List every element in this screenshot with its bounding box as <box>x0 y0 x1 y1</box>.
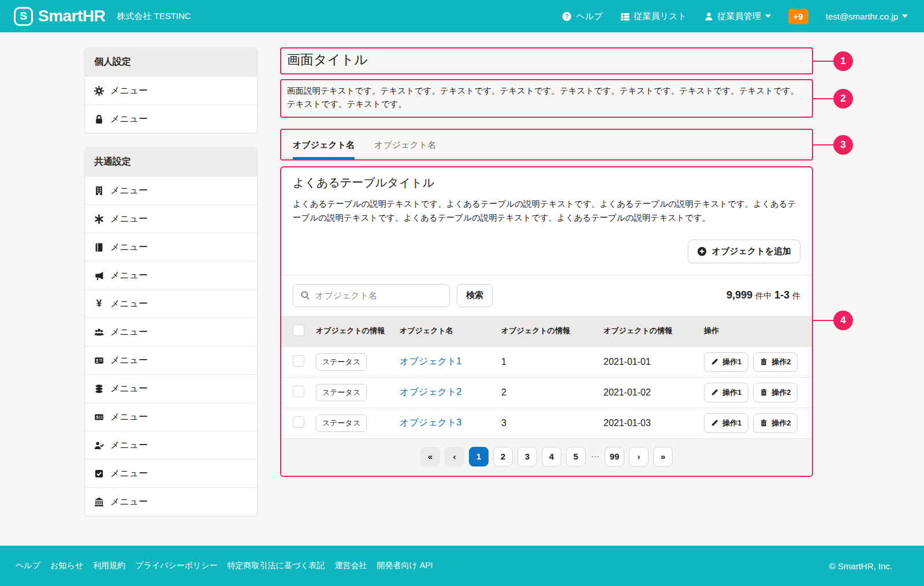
add-object-label: オブジェクトを追加 <box>712 246 791 257</box>
status-tag: ステータス <box>316 415 367 432</box>
pagination-page-99[interactable]: 99 <box>605 447 624 466</box>
result-total: 9,999 <box>726 289 752 301</box>
object-link[interactable]: オブジェクト1 <box>400 356 461 366</box>
page-title: 画面タイトル <box>287 51 806 69</box>
sidebar-item-menu[interactable]: メニュー <box>85 204 257 233</box>
help-nav-item[interactable]: ? ヘルプ <box>562 11 602 22</box>
smarthr-logo[interactable]: S SmartHR <box>14 7 105 26</box>
account-email: test@smarthr.co.jp <box>826 12 898 21</box>
account-dropdown[interactable]: test@smarthr.co.jp <box>826 12 908 21</box>
edit-action-button[interactable]: 操作1 <box>704 413 748 433</box>
footer-link-terms[interactable]: 利用規約 <box>93 561 125 571</box>
sidebar-item-menu[interactable]: メニュー <box>85 431 257 459</box>
pagination: « ‹ 1 2 3 4 5 ⋯ 99 › » <box>420 447 673 466</box>
notification-badge[interactable]: +9 <box>788 9 808 24</box>
column-header: オブジェクト名 <box>395 316 497 347</box>
plus-circle-icon <box>697 247 707 256</box>
gear-icon <box>94 86 104 96</box>
sidebar-item-label: メニュー <box>110 213 148 225</box>
pagination-last-button[interactable]: » <box>653 447 673 466</box>
delete-action-button[interactable]: 操作2 <box>753 383 798 402</box>
row-checkbox[interactable] <box>293 416 304 428</box>
column-header: オブジェクトの情報 <box>311 316 395 347</box>
sidebar-item-label: メニュー <box>110 354 148 367</box>
sidebar-item-label: メニュー <box>110 468 148 480</box>
footer-link-news[interactable]: お知らせ <box>50 561 83 571</box>
employee-admin-dropdown[interactable]: 従業員管理 <box>704 11 771 22</box>
sidebar-item-label: メニュー <box>110 85 148 97</box>
footer-link-privacy[interactable]: プライバシーポリシー <box>135 561 218 571</box>
edit-action-button[interactable]: 操作1 <box>704 383 748 402</box>
annotation-number: 4 <box>833 311 853 330</box>
tab-object-1[interactable]: オブジェクト名 <box>293 140 355 159</box>
svg-text:?: ? <box>565 13 569 20</box>
pagination-prev-button[interactable]: ‹ <box>445 447 464 466</box>
add-object-button[interactable]: オブジェクトを追加 <box>688 240 800 263</box>
object-date-cell: 2021-01-02 <box>599 377 699 408</box>
pagination-first-button[interactable]: « <box>420 447 440 466</box>
sidebar-item-label: メニュー <box>110 298 148 310</box>
sidebar-item-menu[interactable]: メニュー <box>85 261 257 289</box>
search-input[interactable] <box>315 290 442 300</box>
employee-list-nav-item[interactable]: 従業員リスト <box>620 11 687 22</box>
object-date-cell: 2021-01-01 <box>599 346 699 377</box>
sidebar-item-menu[interactable]: メニュー <box>85 76 257 104</box>
pagination-page-5[interactable]: 5 <box>566 447 586 466</box>
annotation-number: 2 <box>833 89 853 109</box>
pagination-page-2[interactable]: 2 <box>493 447 513 466</box>
search-button[interactable]: 検索 <box>457 284 493 307</box>
footer-link-developer-api[interactable]: 開発者向け API <box>377 561 433 571</box>
delete-action-button[interactable]: 操作2 <box>753 352 798 372</box>
row-checkbox[interactable] <box>293 386 304 397</box>
sidebar-item-menu[interactable]: メニュー <box>85 346 257 374</box>
pagination-page-4[interactable]: 4 <box>542 447 561 466</box>
sidebar-item-label: メニュー <box>110 496 148 508</box>
edit-action-label: 操作1 <box>722 387 742 398</box>
pagination-next-button[interactable]: › <box>629 447 649 466</box>
footer-link-commercial-law[interactable]: 特定商取引法に基づく表記 <box>228 561 325 571</box>
sidebar-item-menu[interactable]: メニュー <box>85 318 257 346</box>
sidebar-item-menu[interactable]: メニュー <box>85 176 257 204</box>
object-info-cell: 2 <box>497 377 599 408</box>
footer-link-help[interactable]: ヘルプ <box>16 561 40 571</box>
trash-icon <box>760 358 767 365</box>
sidebar-item-menu[interactable]: メニュー <box>85 487 257 516</box>
sidebar-item-label: メニュー <box>110 185 148 197</box>
sidebar-item-menu[interactable]: ¥ メニュー <box>85 289 257 318</box>
table-toolbar: 検索 9,999 件中 1-3 件 <box>281 275 812 316</box>
sidebar-item-label: メニュー <box>110 241 148 253</box>
pagination-page-3[interactable]: 3 <box>517 447 537 466</box>
sidebar-item-menu[interactable]: メニュー <box>85 104 257 133</box>
pencil-icon <box>711 358 718 365</box>
object-link[interactable]: オブジェクト3 <box>400 417 461 427</box>
sidebar-item-menu[interactable]: メニュー <box>85 233 257 261</box>
object-link[interactable]: オブジェクト2 <box>400 387 461 397</box>
result-of-label: 件中 <box>755 291 772 301</box>
tab-object-2[interactable]: オブジェクト名 <box>374 140 436 159</box>
yen-icon: ¥ <box>94 298 104 309</box>
sidebar-item-menu[interactable]: メニュー <box>85 459 257 487</box>
footer-link-company[interactable]: 運営会社 <box>335 561 367 571</box>
building-icon <box>94 186 104 196</box>
annotation-connector <box>812 320 833 321</box>
check-square-icon <box>94 469 104 479</box>
annotation-2: 2 <box>812 89 853 109</box>
sidebar-item-menu[interactable]: $ メニュー <box>85 402 257 431</box>
edit-action-button[interactable]: 操作1 <box>704 352 748 372</box>
row-checkbox[interactable] <box>293 355 304 367</box>
sidebar-section-personal: 個人設定 メニュー メニュー <box>84 47 258 133</box>
sidebar-section-title: 共通設定 <box>85 148 257 176</box>
sidebar-item-label: メニュー <box>110 326 148 338</box>
table-row: ステータス オブジェクト1 1 2021-01-01 操作1 操作2 <box>281 346 812 377</box>
table-title: よくあるテーブルタイトル <box>293 175 800 191</box>
delete-action-button[interactable]: 操作2 <box>753 413 798 433</box>
pagination-page-1[interactable]: 1 <box>469 447 489 466</box>
table-footer: « ‹ 1 2 3 4 5 ⋯ 99 › » <box>281 438 812 476</box>
result-count: 9,999 件中 1-3 件 <box>726 289 800 301</box>
smarthr-logo-icon: S <box>14 7 33 26</box>
sidebar-item-menu[interactable]: メニュー <box>85 374 257 402</box>
sidebar-item-label: メニュー <box>110 270 148 282</box>
page-description-region: 画面説明テキストです。テキストです。テキストです。テキストです。テキストです。テ… <box>280 79 813 118</box>
book-icon <box>94 242 104 252</box>
select-all-checkbox[interactable] <box>293 324 304 336</box>
